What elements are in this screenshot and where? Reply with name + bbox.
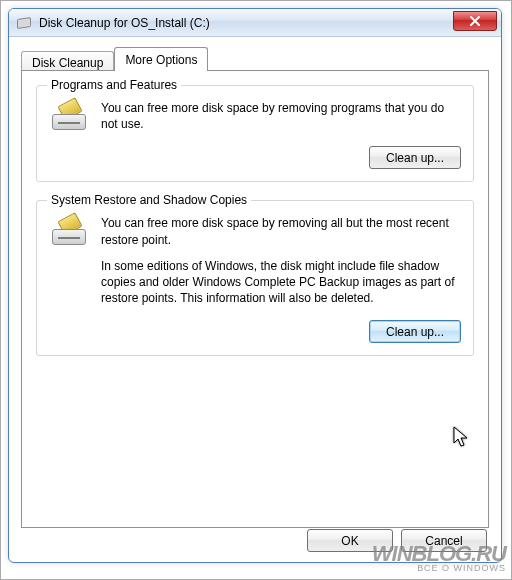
group-system-restore: System Restore and Shadow Copies You can… — [36, 200, 474, 356]
group-legend: System Restore and Shadow Copies — [47, 193, 251, 207]
dialog-window: Disk Cleanup for OS_Install (C:) Disk Cl… — [8, 8, 502, 563]
cleanup-restore-button[interactable]: Clean up... — [369, 320, 461, 343]
ok-button[interactable]: OK — [307, 529, 393, 552]
titlebar[interactable]: Disk Cleanup for OS_Install (C:) — [9, 9, 501, 37]
cancel-button[interactable]: Cancel — [401, 529, 487, 552]
drive-cleanup-icon — [49, 100, 89, 142]
watermark-tagline: ВСЕ О WINDOWS — [372, 564, 506, 572]
group-legend: Programs and Features — [47, 78, 181, 92]
close-icon — [469, 15, 481, 27]
group-restore-text-1: You can free more disk space by removing… — [101, 215, 461, 247]
dialog-button-row: OK Cancel — [307, 529, 487, 552]
group-programs-and-features: Programs and Features You can free more … — [36, 85, 474, 182]
group-restore-text-2: In some editions of Windows, the disk mi… — [101, 258, 461, 307]
client-area: Disk Cleanup More Options Programs and F… — [9, 37, 501, 540]
close-button[interactable] — [453, 11, 497, 31]
group-programs-text: You can free more disk space by removing… — [101, 100, 461, 132]
drive-cleanup-icon — [49, 215, 89, 316]
tab-more-options[interactable]: More Options — [114, 47, 208, 71]
cleanup-programs-button[interactable]: Clean up... — [369, 146, 461, 169]
disk-cleanup-icon — [17, 15, 33, 31]
tab-strip: Disk Cleanup More Options — [21, 47, 489, 71]
window-title: Disk Cleanup for OS_Install (C:) — [39, 16, 210, 30]
tab-panel-more-options: Programs and Features You can free more … — [21, 70, 489, 528]
